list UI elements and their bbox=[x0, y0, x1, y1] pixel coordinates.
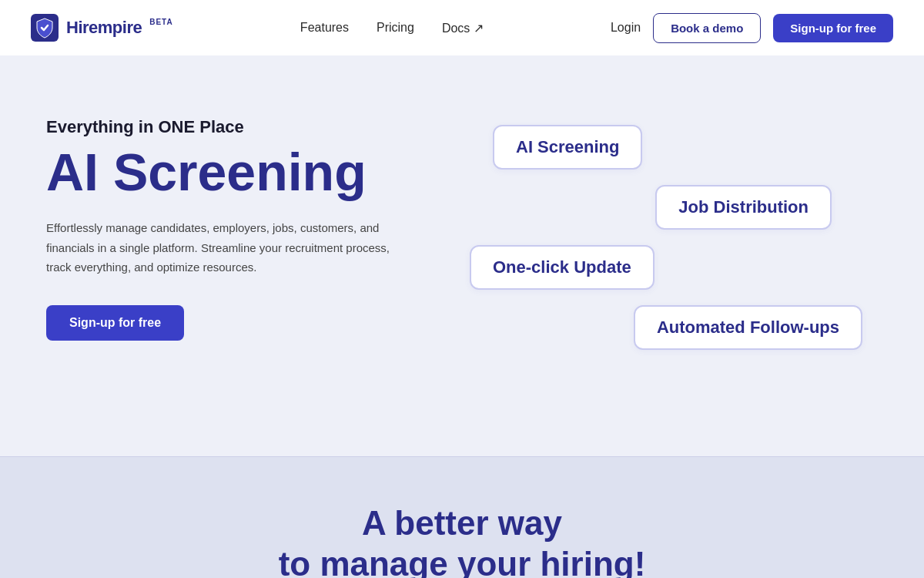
logo-shield-icon bbox=[31, 14, 59, 42]
hero-left: Everything in ONE Place AI Screening Eff… bbox=[46, 102, 400, 341]
signup-nav-button[interactable]: Sign-up for free bbox=[773, 14, 893, 42]
hero-signup-button[interactable]: Sign-up for free bbox=[46, 305, 184, 341]
badge-ai-screening: AI Screening bbox=[493, 125, 642, 170]
bottom-title: A better way to manage your hiring! bbox=[31, 503, 893, 578]
login-button[interactable]: Login bbox=[611, 21, 641, 35]
logo-text: Hirempire bbox=[66, 18, 142, 38]
hero-section: Everything in ONE Place AI Screening Eff… bbox=[0, 55, 924, 456]
bottom-line2: to manage your hiring! bbox=[31, 544, 893, 578]
badge-automated-followups: Automated Follow-ups bbox=[634, 305, 862, 350]
bottom-section: A better way to manage your hiring! bbox=[0, 457, 924, 578]
nav-features-link[interactable]: Features bbox=[300, 21, 349, 35]
bottom-line1: A better way bbox=[31, 503, 893, 544]
nav-actions: Login Book a demo Sign-up for free bbox=[611, 13, 893, 43]
logo[interactable]: Hirempire BETA bbox=[31, 14, 173, 42]
hero-title: AI Screening bbox=[46, 145, 400, 200]
nav-pricing-link[interactable]: Pricing bbox=[377, 21, 414, 35]
navigation: Hirempire BETA Features Pricing Docs ↗ L… bbox=[0, 0, 924, 55]
nav-docs-link[interactable]: Docs ↗ bbox=[442, 21, 484, 35]
badge-job-distribution: Job Distribution bbox=[655, 185, 832, 230]
hero-right-badges: AI Screening Job Distribution One-click … bbox=[400, 102, 878, 410]
hero-subtitle: Everything in ONE Place bbox=[46, 117, 400, 137]
badge-one-click-update: One-click Update bbox=[470, 245, 654, 290]
book-demo-button[interactable]: Book a demo bbox=[653, 13, 761, 43]
hero-description: Effortlessly manage candidates, employer… bbox=[46, 218, 400, 277]
logo-beta-badge: BETA bbox=[149, 18, 172, 26]
nav-links: Features Pricing Docs ↗ bbox=[300, 21, 484, 35]
